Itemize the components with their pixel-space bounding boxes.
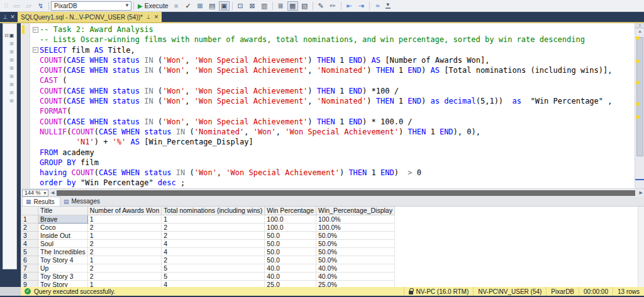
- query-document-tab[interactable]: SQLQuery1.sql - N...V-PC\NV_USER (54))* …: [18, 12, 162, 22]
- column-header[interactable]: Win Percentage: [265, 207, 316, 215]
- grid-cell[interactable]: 2: [87, 239, 162, 247]
- tab-pin-icon[interactable]: ⊥: [146, 14, 151, 20]
- grid-cell[interactable]: Brave: [38, 215, 88, 223]
- panel-pin-icon[interactable]: ⊥: [3, 14, 8, 20]
- grid-cell[interactable]: 2: [87, 247, 162, 256]
- scroll-right-icon[interactable]: ▶: [640, 190, 643, 195]
- grid-cell[interactable]: 2: [87, 223, 162, 231]
- grid-cell[interactable]: Coco: [38, 223, 88, 231]
- row-number[interactable]: 5: [21, 247, 38, 256]
- grid-cell[interactable]: 50.0%: [316, 231, 395, 239]
- editor-vertical-scrollbar[interactable]: = ▲: [635, 23, 644, 188]
- grid-cell[interactable]: Inside Out: [38, 231, 88, 239]
- code-line[interactable]: COUNT(CASE WHEN status IN ('Won', 'Won S…: [31, 117, 612, 127]
- database-combo[interactable]: PixarDB ▼: [51, 1, 131, 11]
- grid-cell[interactable]: 50.0: [265, 247, 316, 256]
- column-header[interactable]: Title: [38, 207, 88, 215]
- grid-vertical-scrollbar[interactable]: [638, 207, 644, 287]
- code-line[interactable]: GROUP BY film: [31, 158, 612, 168]
- grid-cell[interactable]: 100.0: [265, 223, 316, 231]
- table-row[interactable]: 7Up2540.040.0%: [21, 264, 395, 272]
- tree-node-icon[interactable]: ⊞: [3, 72, 16, 80]
- tree-node-icon[interactable]: ⊞: [3, 89, 16, 97]
- code-line[interactable]: 'N1') + '%' AS [Win_Percentage_Display]: [31, 137, 612, 147]
- grid-cell[interactable]: The Incredibles: [38, 247, 88, 256]
- actual-plan-icon[interactable]: ⊡: [235, 1, 246, 11]
- tree-node-icon[interactable]: ⊞: [3, 97, 16, 105]
- table-row[interactable]: 9Toy Story1425.025.0%: [21, 280, 395, 287]
- code-line[interactable]: -- Lists Oscar-winning films with number…: [31, 35, 612, 45]
- grid-cell[interactable]: 50.0: [265, 256, 316, 264]
- grid-cell[interactable]: 1: [87, 231, 162, 239]
- sql-editor[interactable]: −-- Task 2: Award Analysis-- Lists Oscar…: [21, 23, 644, 188]
- results-to-grid-icon[interactable]: ▦: [287, 1, 298, 11]
- toolbar-overflow-button[interactable]: ▼: [386, 3, 391, 9]
- chevron-down-icon[interactable]: ▼: [43, 191, 47, 195]
- row-number[interactable]: 6: [21, 256, 38, 264]
- grid-cell[interactable]: Up: [38, 264, 88, 272]
- results-to-text-icon[interactable]: ≣: [275, 1, 286, 11]
- change-connection-icon[interactable]: ↯: [35, 1, 46, 11]
- live-query-stats-icon[interactable]: ⊠: [247, 1, 258, 11]
- grid-cell[interactable]: 1: [87, 280, 162, 287]
- grid-cell[interactable]: 1: [162, 215, 265, 223]
- query-options-icon[interactable]: ▤: [207, 1, 218, 11]
- execute-button[interactable]: ▶ Execute: [138, 2, 169, 9]
- row-number[interactable]: 7: [21, 264, 38, 272]
- tree-node-icon[interactable]: ⊞: [3, 40, 16, 48]
- tree-node-icon[interactable]: ⊞: [3, 64, 16, 72]
- grid-cell[interactable]: Toy Story 3: [38, 272, 88, 280]
- code-line[interactable]: COUNT(CASE WHEN status IN ('Won', 'Won S…: [31, 96, 612, 106]
- grid-cell[interactable]: 40.0%: [316, 272, 395, 280]
- table-row[interactable]: 4Soul2450.050.0%: [21, 239, 395, 247]
- code-line[interactable]: COUNT(CASE WHEN status IN ('Won', 'Won S…: [31, 65, 612, 75]
- fold-collapse-icon[interactable]: −: [33, 47, 38, 53]
- grid-cell[interactable]: Toy Story 4: [38, 256, 88, 264]
- scroll-left-icon[interactable]: ◀: [51, 190, 54, 195]
- grid-cell[interactable]: 50.0%: [316, 247, 395, 256]
- grid-cell[interactable]: 4: [162, 247, 265, 256]
- grid-cell[interactable]: 2: [87, 264, 162, 272]
- grid-cell[interactable]: 4: [162, 280, 265, 287]
- grid-cell[interactable]: 25.0: [265, 280, 316, 287]
- code-line[interactable]: −-- Task 2: Award Analysis: [31, 24, 612, 35]
- row-number[interactable]: 1: [21, 215, 38, 223]
- code-line[interactable]: FORMAT(: [31, 106, 612, 116]
- tab-close-icon[interactable]: ✕: [154, 14, 159, 20]
- grid-cell[interactable]: 100.0%: [316, 215, 395, 223]
- code-line[interactable]: COUNT(CASE WHEN status IN ('Won', 'Won S…: [31, 55, 612, 65]
- code-line[interactable]: NULLIF(COUNT(CASE WHEN status IN ('Nomin…: [31, 127, 612, 137]
- row-number[interactable]: 8: [21, 272, 38, 280]
- code-line[interactable]: order by "Win Percentage" desc ;: [31, 178, 612, 188]
- object-explorer-tree[interactable]: ⊟ ▣ ⊞⊞⊞⊞⊞⊞⊞⊞: [3, 23, 17, 269]
- grid-cell[interactable]: 25.0%: [316, 280, 395, 287]
- row-number[interactable]: 2: [21, 223, 38, 231]
- row-number[interactable]: 4: [21, 239, 38, 247]
- grid-cell[interactable]: 4: [162, 239, 265, 247]
- grid-cell[interactable]: 2: [162, 231, 265, 239]
- grid-cell[interactable]: 50.0: [265, 239, 316, 247]
- grid-cell[interactable]: 2: [162, 256, 265, 264]
- grid-cell[interactable]: 50.0: [265, 231, 316, 239]
- table-row[interactable]: 3Inside Out1250.050.0%: [21, 231, 395, 239]
- grid-cell[interactable]: 40.0: [265, 272, 316, 280]
- code-line[interactable]: having COUNT(CASE WHEN status IN ('Won',…: [31, 168, 612, 178]
- horizontal-scroll-thumb[interactable]: [57, 190, 635, 196]
- intellisense-icon[interactable]: ▣: [219, 1, 230, 11]
- code-line[interactable]: −SELECT film AS Title,: [31, 45, 612, 55]
- grid-cell[interactable]: 50.0%: [316, 256, 395, 264]
- table-row[interactable]: 8Toy Story 32540.040.0%: [21, 272, 395, 280]
- column-header[interactable]: Win_Percentage_Display: [316, 207, 395, 215]
- tree-node-icon[interactable]: ⊞: [3, 48, 16, 56]
- tree-node-icon[interactable]: ⊞: [3, 56, 16, 64]
- grid-cell[interactable]: 1: [87, 256, 162, 264]
- grid-cell[interactable]: 100.0%: [316, 223, 395, 231]
- fold-collapse-icon[interactable]: −: [33, 27, 38, 33]
- table-row[interactable]: 2Coco22100.0100.0%: [21, 223, 395, 231]
- tree-collapse-icon[interactable]: ⊟: [4, 33, 9, 38]
- grid-cell[interactable]: 2: [87, 272, 162, 280]
- results-grid[interactable]: TitleNumber of Awards WonTotal nominatio…: [21, 207, 644, 287]
- vertical-scroll-thumb[interactable]: [636, 37, 643, 156]
- grid-cell[interactable]: 2: [162, 223, 265, 231]
- tree-node-icon[interactable]: ⊞: [3, 80, 16, 89]
